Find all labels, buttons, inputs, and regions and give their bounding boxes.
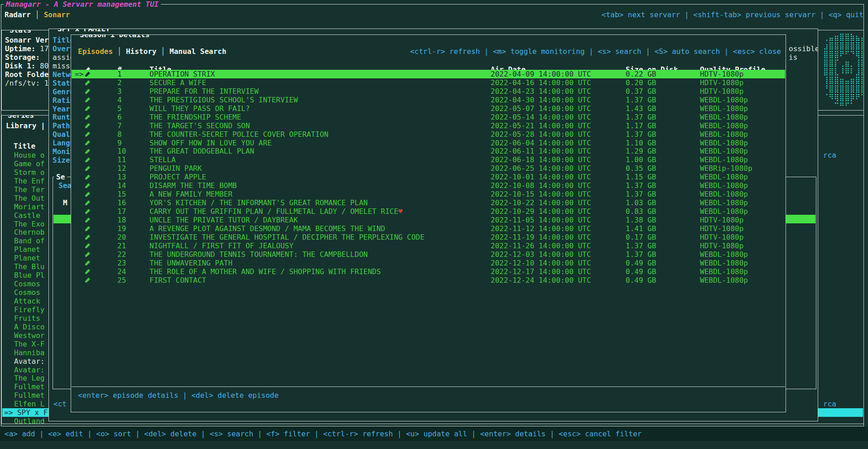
episode-row[interactable]: 2SECURE A WIFE2022-04-16 14:00:00 UTC0.2… — [72, 78, 785, 87]
episode-row[interactable]: 11STELLA2022-06-18 14:00:00 UTC1.00 GBWE… — [72, 155, 785, 164]
episode-monitor-pencil-icon — [85, 190, 90, 198]
episode-row[interactable]: 18UNCLE THE PRIVATE TUTOR / DAYBREAK2022… — [72, 216, 785, 224]
episode-quality: WEBDL-1080p — [700, 104, 748, 113]
episode-number: 11 — [117, 155, 126, 164]
episode-monitor-pencil-icon — [85, 130, 90, 139]
episode-row[interactable]: 23THE UNWAVERING PATH2022-12-10 14:00:00… — [72, 259, 785, 267]
episode-air-date: 2022-04-16 14:00:00 UTC — [491, 78, 591, 87]
episode-quality: HDTV-1080p — [700, 78, 743, 87]
episode-row[interactable]: 19A REVENGE PLOT AGAINST DESMOND / MAMA … — [72, 224, 785, 233]
episode-monitor-pencil-icon — [85, 70, 90, 78]
episode-number: 20 — [117, 233, 126, 241]
episode-air-date: 2022-06-25 14:00:00 UTC — [491, 164, 591, 173]
episode-monitor-pencil-icon — [85, 78, 90, 87]
stat-label: Root Folde — [5, 70, 48, 79]
episode-row[interactable]: 20INVESTIGATE THE GENERAL HOSPITAL / DEC… — [72, 233, 785, 241]
episode-row[interactable]: => 1OPERATION STRIX2022-04-09 14:00:00 U… — [72, 70, 785, 78]
episode-size: 0.17 GB — [626, 233, 656, 241]
season-details-modal: Season 1 Details Episodes │ History │ Ma… — [71, 34, 786, 412]
episode-title: THE GREAT DODGEBALL PLAN — [149, 147, 254, 155]
episode-size: 1.43 GB — [626, 104, 656, 113]
episode-title: THE TARGET'S SECOND SON — [149, 121, 250, 130]
episode-size: 0.37 GB — [626, 87, 656, 96]
episode-size: 1.37 GB — [626, 190, 656, 198]
episode-row[interactable]: 25FIRST CONTACT2022-12-24 14:00:00 UTC0.… — [72, 276, 785, 285]
episode-air-date: 2022-12-10 14:00:00 UTC — [491, 259, 591, 267]
artifact-text: rca — [823, 151, 836, 159]
episode-quality: WEBDL-1080p — [700, 181, 748, 190]
episode-quality: WEBDL-1080p — [700, 121, 748, 130]
tab-seasons[interactable]: Sea — [58, 181, 72, 190]
episode-title: THE UNDERGROUND TENNIS TOURNAMENT: THE C… — [149, 250, 368, 259]
servarr-tab-sonarr[interactable]: Sonarr — [44, 10, 70, 19]
episode-number: 9 — [117, 139, 122, 147]
episode-row[interactable]: 7THE TARGET'S SECOND SON2022-05-21 14:00… — [72, 121, 785, 130]
pencil-icon — [85, 278, 90, 283]
episode-size: 0.49 GB — [626, 276, 656, 285]
episode-size: 1.37 GB — [626, 113, 656, 121]
episode-air-date: 2022-05-21 14:00:00 UTC — [491, 121, 591, 130]
app-title: Managarr - A Servarr management TUI — [4, 0, 161, 9]
episode-number: 12 — [117, 164, 126, 173]
episode-row[interactable]: 3PREPARE FOR THE INTERVIEW2022-04-23 14:… — [72, 87, 785, 96]
pencil-icon — [85, 115, 90, 120]
episode-row[interactable]: 17CARRY OUT THE GRIFFIN PLAN / FULLMETAL… — [72, 207, 785, 216]
episode-row[interactable]: 24THE ROLE OF A MOTHER AND WIFE / SHOPPI… — [72, 267, 785, 276]
episode-row[interactable]: 4THE PRESTIGIOUS SCHOOL'S INTERVIEW2022-… — [72, 96, 785, 104]
episode-row[interactable]: 15A NEW FAMILY MEMBER2022-10-15 14:00:00… — [72, 190, 785, 198]
episode-size: 1.37 GB — [626, 250, 656, 259]
pencil-icon — [85, 106, 90, 111]
episode-monitor-pencil-icon — [85, 241, 90, 250]
episode-row[interactable]: 21NIGHTFALL / FIRST FIT OF JEALOUSY2022-… — [72, 241, 785, 250]
episode-row[interactable]: 8THE COUNTER-SECRET POLICE COVER OPERATI… — [72, 130, 785, 139]
servarr-tab-radarr[interactable]: Radarr — [5, 10, 31, 19]
pencil-icon — [85, 97, 90, 102]
episode-row[interactable]: 22THE UNDERGROUND TENNIS TOURNAMENT: THE… — [72, 250, 785, 259]
episode-number: 2 — [117, 78, 122, 87]
episode-row[interactable]: 10THE GREAT DODGEBALL PLAN2022-06-11 14:… — [72, 147, 785, 155]
episode-number: 3 — [117, 87, 122, 96]
episode-quality: WEBDL-1080p — [700, 113, 748, 121]
episode-air-date: 2022-06-04 14:00:00 UTC — [491, 139, 591, 147]
episode-size: 0.49 GB — [626, 267, 656, 276]
logo-art-line: ⢸⣿⣿⣶⣤⣶⣿⣿⡇ — [823, 76, 864, 84]
episode-air-date: 2022-12-24 14:00:00 UTC — [491, 276, 591, 285]
episode-quality: WEBRip-1080p — [700, 164, 752, 173]
episode-quality: HDTV-1080p — [700, 70, 743, 78]
logo-art-line: ⣰⣿⣿⣿⣿⣿⣿⣿⣆ — [823, 41, 864, 50]
episode-row[interactable]: 14DISARM THE TIME BOMB2022-10-08 14:00:0… — [72, 181, 785, 190]
episode-row[interactable]: 5WILL THEY PASS OR FAIL?2022-05-07 14:00… — [72, 104, 785, 113]
stats-panel-title: Stats — [7, 30, 34, 34]
episode-number: 13 — [117, 173, 126, 181]
managarr-logo: ⢀⣤⣶⣿⣿⣷⣦⣄⡀⣰⣿⣿⣿⣿⣿⣿⣿⣆⣿⣿⣿⠟⠋⠙⢿⣿⣿⣿⣿⡏⢀⣶⡀⢸⣿⣿⣿⣿⣇⠸… — [823, 33, 864, 110]
episode-row[interactable]: 16YOR'S KITCHEN / THE INFORMANT'S GREAT … — [72, 198, 785, 207]
episode-monitor-pencil-icon — [85, 87, 90, 96]
episode-row[interactable]: 13PROJECT APPLE2022-10-01 14:00:00 UTC1.… — [72, 173, 785, 181]
stat-line: Disk 1: 80 — [5, 62, 48, 70]
bottom-keybind-help: <a> add | <e> edit | <o> sort | <del> de… — [5, 430, 641, 438]
episode-number: 6 — [117, 113, 122, 121]
episode-number: 5 — [117, 104, 122, 113]
episode-air-date: 2022-11-05 14:00:00 UTC — [491, 216, 591, 224]
episode-row[interactable]: 6THE FRIENDSHIP SCHEME2022-05-14 14:00:0… — [72, 113, 785, 121]
episode-monitor-pencil-icon — [85, 164, 90, 173]
pencil-icon — [85, 166, 90, 171]
logo-art-line: ⠀⠀⠉⠛⠋⠁ — [823, 101, 864, 110]
top-keybind-help: <tab> next servarr | <shift-tab> previou… — [602, 10, 863, 19]
episode-quality: WEBDL-1080p — [700, 276, 748, 285]
episode-air-date: 2022-12-17 14:00:00 UTC — [491, 267, 591, 276]
pencil-icon — [85, 149, 90, 154]
episode-title: A NEW FAMILY MEMBER — [149, 190, 232, 198]
episode-row[interactable]: 9SHOW OFF HOW IN LOVE YOU ARE2022-06-04 … — [72, 139, 785, 147]
stat-label: Uptime: — [5, 44, 35, 53]
servarr-tabs: Radarr │ Sonarr — [5, 10, 70, 19]
overview-text-fragment: ossible — [789, 44, 818, 53]
episode-monitor-pencil-icon — [85, 113, 90, 121]
episode-monitor-pencil-icon — [85, 267, 90, 276]
episode-size: 1.38 GB — [626, 216, 656, 224]
stat-value: 17 — [35, 44, 48, 53]
episode-row[interactable]: 12PENGUIN PARK2022-06-25 14:00:00 UTC0.3… — [72, 164, 785, 173]
tab-library[interactable]: Library | — [6, 121, 45, 130]
logo-art-line: ⠘⣿⣿⣿⣿⣿⣿⣿⠃ — [823, 84, 864, 93]
episode-title: PENGUIN PARK — [149, 164, 202, 173]
